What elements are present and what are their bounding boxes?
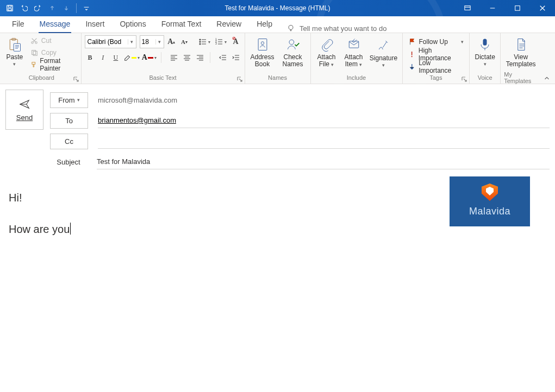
dictate-label: Dictate <box>475 54 495 61</box>
view-templates-label: ViewTemplates <box>506 54 536 68</box>
svg-point-5 <box>289 25 293 29</box>
font-size-input[interactable] <box>140 36 155 47</box>
clear-formatting-button[interactable]: A⊘ <box>230 36 241 48</box>
undo-icon[interactable] <box>17 2 30 15</box>
highlight-color-button[interactable]: ▾ <box>123 52 140 64</box>
collapse-ribbon-button[interactable] <box>541 75 553 81</box>
templates-icon <box>513 37 528 52</box>
dialog-launcher-icon[interactable] <box>237 76 242 81</box>
save-icon[interactable] <box>3 2 16 15</box>
follow-up-button[interactable]: Follow Up ▾ <box>406 36 466 47</box>
send-button[interactable]: Send <box>5 90 43 130</box>
cc-button[interactable]: Cc <box>50 134 88 149</box>
low-importance-button[interactable]: Low Importance <box>406 61 466 72</box>
chevron-down-icon[interactable]: ▾ <box>155 39 164 45</box>
close-icon[interactable] <box>530 0 555 16</box>
indent-icon <box>232 53 240 62</box>
tell-me-label: Tell me what you want to do <box>300 24 386 33</box>
svg-rect-3 <box>465 6 470 10</box>
align-center-button[interactable] <box>182 52 192 64</box>
recipient-chip[interactable]: brianmentos@gmail.com <box>98 116 176 124</box>
group-label: Tags <box>406 73 466 84</box>
paste-button[interactable]: Paste ▾ <box>5 35 24 67</box>
svg-rect-4 <box>515 6 520 11</box>
align-center-icon <box>183 53 191 62</box>
paperclip-icon <box>319 37 334 52</box>
ribbon-display-options-icon[interactable] <box>455 0 480 16</box>
signature-button[interactable]: Signature ▾ <box>369 36 399 68</box>
from-button[interactable]: From▾ <box>50 92 88 108</box>
shrink-font-button[interactable]: A▾ <box>179 36 190 48</box>
bullets-icon <box>198 37 207 46</box>
tab-help[interactable]: Help <box>249 16 280 33</box>
dialog-launcher-icon[interactable] <box>462 76 467 81</box>
scissors-icon <box>30 37 38 45</box>
ribbon: Paste ▾ Cut Copy Format Painter Clipboar… <box>0 33 555 84</box>
low-importance-label: Low Importance <box>419 59 464 74</box>
font-name-input[interactable] <box>85 36 128 47</box>
attach-item-button[interactable]: AttachItem ▾ <box>341 35 366 68</box>
redo-icon[interactable] <box>32 2 45 15</box>
align-left-button[interactable] <box>169 52 179 64</box>
underline-button[interactable]: U <box>110 52 121 64</box>
align-left-icon <box>170 53 178 62</box>
tab-insert[interactable]: Insert <box>78 16 112 33</box>
group-label: Voice <box>473 73 497 84</box>
increase-indent-button[interactable] <box>230 52 241 64</box>
group-label: My Templates <box>504 73 538 84</box>
minimize-icon[interactable] <box>480 0 505 16</box>
align-right-icon <box>196 53 204 62</box>
dictate-button[interactable]: Dictate ▾ <box>473 35 497 67</box>
attach-file-button[interactable]: AttachFile ▾ <box>314 35 339 68</box>
bold-button[interactable]: B <box>85 52 96 64</box>
microphone-icon <box>477 37 492 52</box>
maximize-icon[interactable] <box>505 0 530 16</box>
numbering-icon: 123 <box>215 37 223 46</box>
from-label: From <box>58 96 74 104</box>
italic-button[interactable]: I <box>97 52 108 64</box>
font-name-combo[interactable]: ▾ <box>85 35 136 48</box>
flag-icon <box>408 38 416 46</box>
send-icon <box>18 98 30 110</box>
window-title: Test for Malavida - Message (HTML) <box>225 4 330 12</box>
tell-me-search[interactable]: Tell me what you want to do <box>286 24 386 33</box>
svg-text:3: 3 <box>215 42 217 45</box>
chevron-down-icon[interactable]: ▾ <box>128 39 136 45</box>
svg-point-16 <box>199 43 201 45</box>
svg-rect-11 <box>32 50 35 55</box>
group-label: Basic Text <box>85 73 241 84</box>
qat-down-icon <box>60 2 73 15</box>
address-book-button[interactable]: AddressBook <box>248 35 277 68</box>
group-tags: Follow Up ▾ High Importance Low Importan… <box>403 33 470 84</box>
font-size-combo[interactable]: ▾ <box>140 35 164 48</box>
dialog-launcher-icon[interactable] <box>73 76 79 81</box>
font-color-button[interactable]: A▾ <box>142 52 157 64</box>
numbering-button[interactable]: 123▾ <box>214 36 228 48</box>
qat-up-icon <box>46 2 59 15</box>
exclamation-icon <box>408 50 415 58</box>
view-templates-button[interactable]: ViewTemplates <box>504 35 538 68</box>
to-button[interactable]: To <box>50 113 88 129</box>
tab-options[interactable]: Options <box>112 16 153 33</box>
svg-rect-8 <box>14 43 20 51</box>
cc-field[interactable] <box>98 134 550 149</box>
align-right-button[interactable] <box>195 52 205 64</box>
tab-review[interactable]: Review <box>209 16 249 33</box>
tab-file[interactable]: File <box>4 16 32 33</box>
format-painter-button[interactable]: Format Painter <box>28 59 78 70</box>
copy-icon <box>30 49 38 56</box>
bullets-button[interactable]: ▾ <box>197 36 211 48</box>
high-importance-button[interactable]: High Importance <box>406 49 466 60</box>
paste-label: Paste <box>7 54 23 61</box>
grow-font-button[interactable]: A▴ <box>166 36 177 48</box>
check-names-button[interactable]: CheckNames <box>279 35 307 68</box>
group-label: Names <box>248 73 307 84</box>
message-body[interactable]: Hi! How are you Malavida <box>5 172 550 392</box>
tab-message[interactable]: Message <box>32 16 78 33</box>
tab-format-text[interactable]: Format Text <box>154 16 209 33</box>
decrease-indent-button[interactable] <box>217 52 228 64</box>
embedded-image[interactable]: Malavida <box>450 176 530 226</box>
to-field[interactable]: brianmentos@gmail.com <box>98 113 550 128</box>
subject-field[interactable]: Test for Malavida <box>97 154 550 169</box>
qat-customize-icon[interactable] <box>80 2 93 15</box>
